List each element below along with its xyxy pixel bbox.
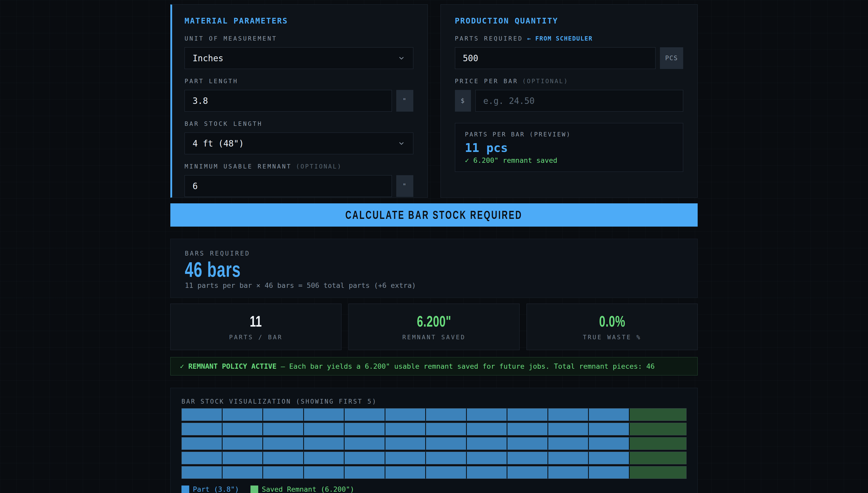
part-segment bbox=[223, 466, 262, 478]
part-segment bbox=[467, 437, 507, 450]
part-segment bbox=[385, 408, 425, 421]
part-segment bbox=[385, 437, 425, 450]
part-segment bbox=[223, 437, 262, 450]
part-segment bbox=[263, 408, 303, 421]
bar-row bbox=[182, 466, 686, 479]
remnant-policy-banner: ✓ REMNANT POLICY ACTIVE — Each bar yield… bbox=[170, 357, 698, 376]
bar-stock-length-select[interactable]: 4 ft (48") bbox=[185, 132, 413, 154]
minimum-usable-remnant-input[interactable] bbox=[185, 175, 392, 197]
part-segment bbox=[223, 408, 262, 421]
minimum-usable-remnant-unit: " bbox=[396, 175, 413, 197]
bars-required-panel: BARS REQUIRED 46 bars 11 parts per bar ×… bbox=[170, 239, 698, 298]
bar-stock-visualization-title: BAR STOCK VISUALIZATION (SHOWING FIRST 5… bbox=[182, 399, 686, 405]
minimum-usable-remnant-label: MINIMUM USABLE REMNANT (OPTIONAL) bbox=[185, 164, 413, 170]
remnant-policy-text: — Each bar yields a 6.200" usable remnan… bbox=[277, 362, 655, 370]
part-segment bbox=[344, 466, 385, 478]
part-segment bbox=[589, 437, 629, 450]
calculate-button[interactable]: CALCULATE BAR STOCK REQUIRED bbox=[170, 203, 698, 227]
part-segment bbox=[385, 466, 425, 478]
remnant-segment bbox=[630, 452, 686, 464]
from-scheduler-link[interactable]: ← FROM SCHEDULER bbox=[527, 36, 593, 42]
part-segment bbox=[426, 423, 466, 435]
material-parameters-panel: MATERIAL PARAMETERS UNIT OF MEASUREMENT … bbox=[170, 4, 428, 198]
part-segment bbox=[467, 408, 507, 421]
part-segment bbox=[263, 452, 303, 464]
bar-row bbox=[182, 423, 686, 435]
part-length-input[interactable] bbox=[185, 90, 392, 112]
part-segment bbox=[344, 452, 385, 464]
part-segment bbox=[304, 423, 344, 435]
bar-stock-length-label: BAR STOCK LENGTH bbox=[185, 121, 413, 127]
part-segment bbox=[548, 408, 588, 421]
remnant-segment bbox=[630, 408, 686, 421]
part-segment bbox=[344, 437, 385, 450]
bar-row bbox=[182, 408, 686, 421]
chevron-down-icon bbox=[398, 140, 405, 147]
part-segment bbox=[589, 452, 629, 464]
price-per-bar-input[interactable] bbox=[475, 90, 683, 112]
part-segment bbox=[182, 466, 222, 478]
preview-label: PARTS PER BAR (PREVIEW) bbox=[465, 131, 673, 138]
part-segment bbox=[263, 437, 303, 450]
bar-stock-legend: Part (3.8") Saved Remnant (6.200") bbox=[182, 485, 686, 493]
part-segment bbox=[182, 423, 222, 435]
bar-stock-chart bbox=[182, 408, 686, 479]
stat-cards: 11 PARTS / BAR 6.200" REMNANT SAVED 0.0%… bbox=[170, 304, 698, 350]
stat-label: REMNANT SAVED bbox=[402, 334, 466, 340]
legend-saved-remnant-label: Saved Remnant (6.200") bbox=[262, 485, 354, 493]
part-segment bbox=[467, 423, 507, 435]
bar-row bbox=[182, 452, 686, 464]
unit-of-measurement-label: UNIT OF MEASUREMENT bbox=[185, 36, 413, 42]
part-segment bbox=[182, 437, 222, 450]
currency-prefix: $ bbox=[455, 90, 471, 112]
optional-hint: (OPTIONAL) bbox=[296, 164, 342, 170]
stat-value: 0.0% bbox=[599, 314, 625, 329]
parts-required-input[interactable] bbox=[455, 47, 656, 69]
part-segment bbox=[426, 408, 466, 421]
part-segment bbox=[507, 423, 548, 435]
part-segment bbox=[304, 452, 344, 464]
remnant-policy-title: ✓ REMNANT POLICY ACTIVE bbox=[180, 362, 277, 370]
part-segment bbox=[426, 466, 466, 478]
bars-required-value: 46 bars bbox=[185, 259, 241, 280]
production-quantity-panel: PRODUCTION QUANTITY PARTS REQUIRED ← FRO… bbox=[441, 4, 698, 198]
part-segment bbox=[182, 408, 222, 421]
part-segment bbox=[223, 452, 262, 464]
part-length-label: PART LENGTH bbox=[185, 78, 413, 84]
legend-item-part: Part (3.8") bbox=[182, 485, 239, 493]
part-segment bbox=[507, 408, 548, 421]
part-segment bbox=[548, 423, 588, 435]
part-segment bbox=[548, 466, 588, 478]
stat-value: 6.200" bbox=[417, 314, 451, 329]
part-segment bbox=[589, 466, 629, 478]
part-segment bbox=[426, 452, 466, 464]
part-segment bbox=[263, 466, 303, 478]
unit-of-measurement-value: Inches bbox=[193, 53, 223, 63]
part-length-unit: " bbox=[396, 90, 413, 112]
input-panels: MATERIAL PARAMETERS UNIT OF MEASUREMENT … bbox=[170, 4, 698, 198]
stat-label: TRUE WASTE % bbox=[583, 334, 641, 340]
part-segment bbox=[344, 423, 385, 435]
part-segment bbox=[507, 437, 548, 450]
preview-value: 11 pcs bbox=[465, 142, 673, 154]
part-segment bbox=[507, 466, 548, 478]
saved-remnant-swatch-icon bbox=[251, 486, 258, 493]
bar-stock-visualization-panel: BAR STOCK VISUALIZATION (SHOWING FIRST 5… bbox=[170, 388, 698, 493]
stat-value: 11 bbox=[250, 314, 262, 329]
stat-label: PARTS / BAR bbox=[229, 334, 282, 340]
unit-of-measurement-select[interactable]: Inches bbox=[185, 47, 413, 69]
part-segment bbox=[344, 408, 385, 421]
remnant-segment bbox=[630, 466, 686, 478]
part-segment bbox=[507, 452, 548, 464]
part-segment bbox=[385, 423, 425, 435]
part-segment bbox=[385, 452, 425, 464]
bar-stock-calculator: MATERIAL PARAMETERS UNIT OF MEASUREMENT … bbox=[170, 4, 698, 493]
part-swatch-icon bbox=[182, 486, 189, 493]
part-segment bbox=[426, 437, 466, 450]
remnant-segment bbox=[630, 423, 686, 435]
legend-part-label: Part (3.8") bbox=[193, 485, 239, 493]
stat-card-true-waste: 0.0% TRUE WASTE % bbox=[527, 304, 698, 350]
bar-stock-length-value: 4 ft (48") bbox=[193, 138, 244, 149]
optional-hint: (OPTIONAL) bbox=[523, 78, 568, 84]
parts-required-unit: PCS bbox=[660, 47, 683, 69]
